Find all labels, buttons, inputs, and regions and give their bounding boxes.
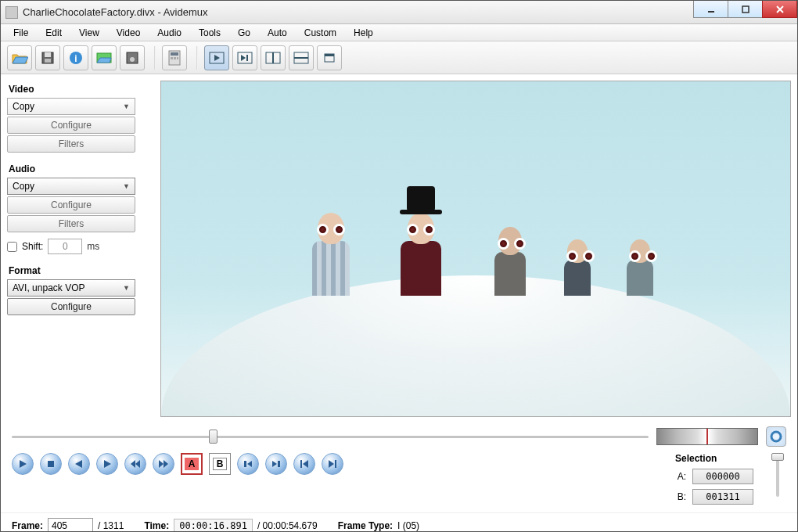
svg-marker-20 [241,55,246,61]
audio-configure-button[interactable]: Configure [7,196,135,214]
svg-rect-30 [48,461,54,467]
svg-marker-18 [214,55,220,61]
chevron-down-icon: ▼ [123,102,130,110]
shift-spinner[interactable]: 0 [48,239,82,254]
audio-filters-button[interactable]: Filters [7,215,135,232]
go-start-button[interactable] [293,453,315,475]
marker-a-button[interactable]: A [181,453,203,475]
selection-label: Selection [675,453,753,464]
marker-b-button[interactable]: B [209,453,231,475]
playback-bar: A B Selection A:000000 B:001311 [1,450,797,512]
sidebar: Video Copy▼ Configure Filters Audio Copy… [7,81,153,417]
time-label: Time: [144,520,169,531]
svg-rect-16 [177,57,178,59]
svg-rect-40 [278,461,280,467]
menu-view[interactable]: View [71,25,107,41]
toolbar-separator [196,46,198,70]
audio-codec-combo[interactable]: Copy▼ [7,178,135,195]
svg-marker-39 [272,461,277,467]
menu-tools[interactable]: Tools [191,25,228,41]
time-value: 00:00:16.891 [174,519,253,532]
prev-keyframe-button[interactable] [124,453,146,475]
chevron-down-icon: ▼ [123,182,130,190]
frame-label: Frame: [12,520,43,531]
svg-rect-15 [174,57,176,59]
menu-auto[interactable]: Auto [260,25,295,41]
svg-marker-33 [131,460,135,468]
info-icon[interactable]: i [63,45,88,70]
svg-marker-29 [20,460,27,468]
svg-marker-32 [104,460,111,468]
svg-rect-5 [45,52,51,57]
video-filters-button[interactable]: Filters [7,135,135,153]
save-disk-icon[interactable] [120,45,145,70]
stop-button[interactable] [40,453,62,475]
svg-text:i: i [74,53,77,64]
svg-marker-42 [303,460,308,468]
scrubber-row [1,423,797,450]
open-icon[interactable] [7,45,32,70]
selection-a-label: A: [675,471,686,482]
next-black-frame-button[interactable] [265,453,287,475]
shift-label: Shift: [22,241,43,252]
svg-point-11 [130,57,135,62]
audio-shift-checkbox[interactable] [7,242,17,252]
svg-marker-35 [159,460,164,468]
titlebar: CharlieChocolateFactory.divx - Avidemux [1,1,797,24]
video-configure-button[interactable]: Configure [7,117,135,134]
next-keyframe-button[interactable] [153,453,174,475]
menu-audio[interactable]: Audio [149,25,189,41]
svg-rect-41 [300,460,302,468]
next-window-icon[interactable] [232,45,257,70]
next-frame-button[interactable] [96,453,118,475]
svg-marker-36 [164,460,168,468]
format-combo[interactable]: AVI, unpack VOP▼ [7,279,135,297]
format-section-label: Format [9,265,153,276]
minimize-button[interactable] [693,1,728,18]
selection-b-value[interactable]: 001311 [692,489,753,505]
svg-rect-21 [246,55,248,61]
main: Video Copy▼ Configure Filters Audio Copy… [1,74,797,423]
play-window-icon[interactable] [204,45,229,70]
selection-a-value[interactable]: 000000 [692,469,753,484]
frame-input[interactable] [48,518,93,532]
close-button[interactable] [762,1,797,18]
calculator-icon[interactable] [162,45,187,70]
window-small-icon[interactable] [317,45,342,70]
menu-custom[interactable]: Custom [297,25,344,41]
split-horizontal-icon[interactable] [289,45,314,70]
frametype-value: I (05) [397,520,419,531]
svg-marker-38 [247,461,252,467]
split-vertical-icon[interactable] [261,45,286,70]
menu-edit[interactable]: Edit [38,25,70,41]
svg-rect-14 [171,57,173,59]
play-button[interactable] [12,453,34,475]
jog-wheel[interactable] [656,428,758,445]
menu-file[interactable]: File [5,25,36,41]
disc-button[interactable] [766,426,786,447]
frametype-label: Frame Type: [338,520,393,531]
statusbar: Frame: / 1311 Time: 00:00:16.891 / 00:00… [1,512,797,532]
svg-rect-27 [325,54,334,56]
prev-frame-button[interactable] [68,453,90,475]
menu-video[interactable]: Video [109,25,148,41]
image-open-icon[interactable] [92,45,117,70]
go-end-button[interactable] [322,453,343,475]
chevron-down-icon: ▼ [123,284,130,292]
timeline-scrubber[interactable] [12,429,649,444]
prev-black-frame-button[interactable] [237,453,259,475]
video-codec-combo[interactable]: Copy▼ [7,98,135,115]
toolbar: i [1,41,797,74]
svg-marker-43 [329,460,334,468]
maximize-button[interactable] [728,1,763,18]
format-configure-button[interactable]: Configure [7,298,135,315]
video-preview [160,81,791,417]
app-icon [5,6,18,19]
menu-help[interactable]: Help [346,25,381,41]
volume-slider[interactable] [769,453,786,497]
menu-go[interactable]: Go [230,25,258,41]
svg-rect-44 [335,460,336,468]
toolbar-separator [154,46,156,70]
save-icon[interactable] [35,45,60,70]
window-title: CharlieChocolateFactory.divx - Avidemux [23,6,793,18]
